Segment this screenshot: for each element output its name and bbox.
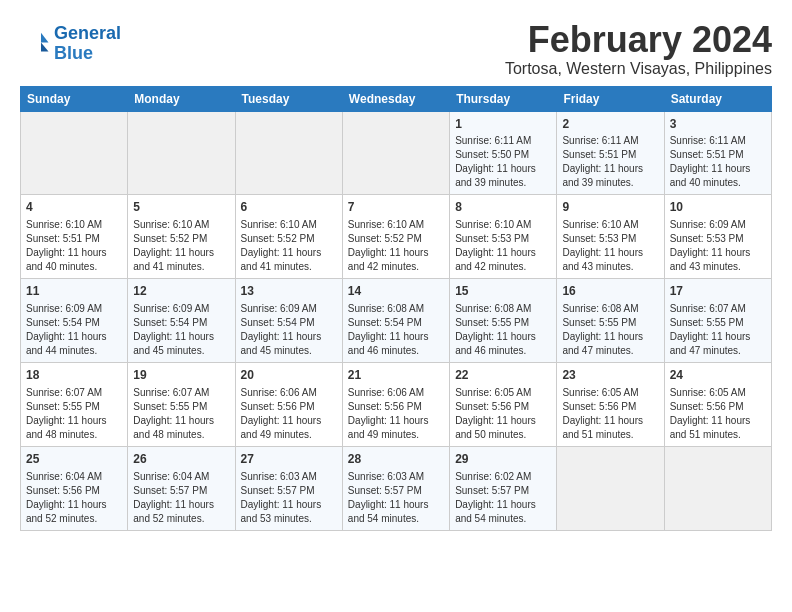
cell-info: Sunset: 5:52 PM xyxy=(133,232,229,246)
day-number: 20 xyxy=(241,367,337,384)
cell-info: Sunset: 5:56 PM xyxy=(562,400,658,414)
calendar-cell: 8Sunrise: 6:10 AMSunset: 5:53 PMDaylight… xyxy=(450,195,557,279)
cell-info: Sunrise: 6:10 AM xyxy=(562,218,658,232)
calendar-cell: 27Sunrise: 6:03 AMSunset: 5:57 PMDayligh… xyxy=(235,446,342,530)
cell-info: Daylight: 11 hours and 39 minutes. xyxy=(455,162,551,190)
calendar-cell: 12Sunrise: 6:09 AMSunset: 5:54 PMDayligh… xyxy=(128,279,235,363)
cell-info: Sunset: 5:52 PM xyxy=(241,232,337,246)
cell-info: Sunrise: 6:03 AM xyxy=(348,470,444,484)
day-number: 7 xyxy=(348,199,444,216)
cell-info: Sunrise: 6:09 AM xyxy=(26,302,122,316)
cell-info: Sunrise: 6:07 AM xyxy=(133,386,229,400)
cell-info: Daylight: 11 hours and 42 minutes. xyxy=(348,246,444,274)
cell-info: Daylight: 11 hours and 48 minutes. xyxy=(26,414,122,442)
header-sunday: Sunday xyxy=(21,86,128,111)
cell-info: Sunrise: 6:07 AM xyxy=(670,302,766,316)
calendar-cell: 25Sunrise: 6:04 AMSunset: 5:56 PMDayligh… xyxy=(21,446,128,530)
logo-blue: Blue xyxy=(54,44,121,64)
calendar-cell xyxy=(21,111,128,195)
calendar-cell xyxy=(128,111,235,195)
calendar-cell: 24Sunrise: 6:05 AMSunset: 5:56 PMDayligh… xyxy=(664,362,771,446)
calendar-cell: 22Sunrise: 6:05 AMSunset: 5:56 PMDayligh… xyxy=(450,362,557,446)
cell-info: Sunset: 5:56 PM xyxy=(670,400,766,414)
page-title: February 2024 xyxy=(505,20,772,60)
cell-info: Sunrise: 6:08 AM xyxy=(562,302,658,316)
day-number: 17 xyxy=(670,283,766,300)
day-number: 22 xyxy=(455,367,551,384)
cell-info: Daylight: 11 hours and 48 minutes. xyxy=(133,414,229,442)
week-row-1: 1Sunrise: 6:11 AMSunset: 5:50 PMDaylight… xyxy=(21,111,772,195)
calendar-cell: 29Sunrise: 6:02 AMSunset: 5:57 PMDayligh… xyxy=(450,446,557,530)
cell-info: Daylight: 11 hours and 41 minutes. xyxy=(133,246,229,274)
day-number: 23 xyxy=(562,367,658,384)
cell-info: Sunrise: 6:10 AM xyxy=(241,218,337,232)
cell-info: Daylight: 11 hours and 42 minutes. xyxy=(455,246,551,274)
calendar-cell xyxy=(342,111,449,195)
cell-info: Sunset: 5:57 PM xyxy=(241,484,337,498)
cell-info: Sunset: 5:56 PM xyxy=(241,400,337,414)
day-number: 21 xyxy=(348,367,444,384)
cell-info: Sunset: 5:55 PM xyxy=(562,316,658,330)
svg-marker-0 xyxy=(41,33,49,43)
cell-info: Daylight: 11 hours and 49 minutes. xyxy=(241,414,337,442)
cell-info: Daylight: 11 hours and 46 minutes. xyxy=(455,330,551,358)
cell-info: Daylight: 11 hours and 47 minutes. xyxy=(562,330,658,358)
logo: General Blue xyxy=(20,24,121,64)
calendar-cell: 10Sunrise: 6:09 AMSunset: 5:53 PMDayligh… xyxy=(664,195,771,279)
cell-info: Sunset: 5:56 PM xyxy=(348,400,444,414)
cell-info: Sunrise: 6:09 AM xyxy=(241,302,337,316)
day-number: 8 xyxy=(455,199,551,216)
header-monday: Monday xyxy=(128,86,235,111)
cell-info: Daylight: 11 hours and 53 minutes. xyxy=(241,498,337,526)
day-number: 10 xyxy=(670,199,766,216)
header-saturday: Saturday xyxy=(664,86,771,111)
week-row-5: 25Sunrise: 6:04 AMSunset: 5:56 PMDayligh… xyxy=(21,446,772,530)
cell-info: Daylight: 11 hours and 46 minutes. xyxy=(348,330,444,358)
calendar-cell: 19Sunrise: 6:07 AMSunset: 5:55 PMDayligh… xyxy=(128,362,235,446)
cell-info: Sunset: 5:53 PM xyxy=(562,232,658,246)
cell-info: Daylight: 11 hours and 43 minutes. xyxy=(562,246,658,274)
cell-info: Sunrise: 6:08 AM xyxy=(348,302,444,316)
cell-info: Sunset: 5:57 PM xyxy=(348,484,444,498)
calendar-cell: 3Sunrise: 6:11 AMSunset: 5:51 PMDaylight… xyxy=(664,111,771,195)
cell-info: Sunrise: 6:06 AM xyxy=(241,386,337,400)
calendar-cell: 21Sunrise: 6:06 AMSunset: 5:56 PMDayligh… xyxy=(342,362,449,446)
week-row-2: 4Sunrise: 6:10 AMSunset: 5:51 PMDaylight… xyxy=(21,195,772,279)
cell-info: Sunset: 5:54 PM xyxy=(133,316,229,330)
header-friday: Friday xyxy=(557,86,664,111)
calendar-cell: 4Sunrise: 6:10 AMSunset: 5:51 PMDaylight… xyxy=(21,195,128,279)
cell-info: Daylight: 11 hours and 40 minutes. xyxy=(26,246,122,274)
calendar-cell: 14Sunrise: 6:08 AMSunset: 5:54 PMDayligh… xyxy=(342,279,449,363)
cell-info: Sunset: 5:56 PM xyxy=(26,484,122,498)
cell-info: Sunrise: 6:06 AM xyxy=(348,386,444,400)
cell-info: Sunset: 5:55 PM xyxy=(670,316,766,330)
calendar-cell xyxy=(557,446,664,530)
calendar-cell: 23Sunrise: 6:05 AMSunset: 5:56 PMDayligh… xyxy=(557,362,664,446)
week-row-4: 18Sunrise: 6:07 AMSunset: 5:55 PMDayligh… xyxy=(21,362,772,446)
day-number: 26 xyxy=(133,451,229,468)
cell-info: Sunset: 5:53 PM xyxy=(455,232,551,246)
cell-info: Sunset: 5:51 PM xyxy=(562,148,658,162)
day-number: 28 xyxy=(348,451,444,468)
cell-info: Sunrise: 6:10 AM xyxy=(455,218,551,232)
day-number: 25 xyxy=(26,451,122,468)
cell-info: Daylight: 11 hours and 50 minutes. xyxy=(455,414,551,442)
calendar-cell: 1Sunrise: 6:11 AMSunset: 5:50 PMDaylight… xyxy=(450,111,557,195)
cell-info: Sunrise: 6:10 AM xyxy=(133,218,229,232)
day-number: 5 xyxy=(133,199,229,216)
cell-info: Sunset: 5:57 PM xyxy=(455,484,551,498)
day-number: 29 xyxy=(455,451,551,468)
day-number: 12 xyxy=(133,283,229,300)
calendar-table: SundayMondayTuesdayWednesdayThursdayFrid… xyxy=(20,86,772,531)
cell-info: Sunrise: 6:07 AM xyxy=(26,386,122,400)
calendar-cell: 17Sunrise: 6:07 AMSunset: 5:55 PMDayligh… xyxy=(664,279,771,363)
calendar-cell xyxy=(235,111,342,195)
svg-marker-1 xyxy=(41,42,49,51)
day-number: 14 xyxy=(348,283,444,300)
cell-info: Sunset: 5:51 PM xyxy=(670,148,766,162)
cell-info: Sunset: 5:50 PM xyxy=(455,148,551,162)
calendar-cell: 5Sunrise: 6:10 AMSunset: 5:52 PMDaylight… xyxy=(128,195,235,279)
calendar-cell: 9Sunrise: 6:10 AMSunset: 5:53 PMDaylight… xyxy=(557,195,664,279)
logo-text: General Blue xyxy=(54,24,121,64)
cell-info: Daylight: 11 hours and 41 minutes. xyxy=(241,246,337,274)
